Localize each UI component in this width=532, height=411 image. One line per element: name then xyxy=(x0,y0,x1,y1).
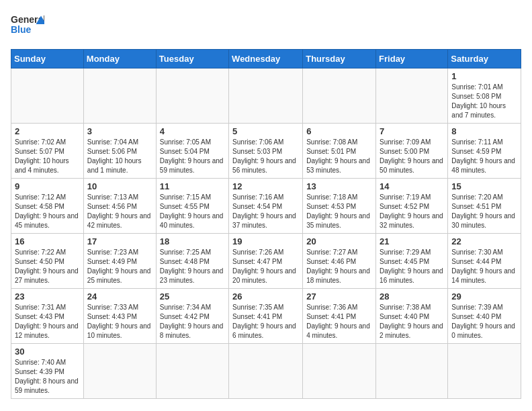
calendar-day-cell: 13Sunrise: 7:18 AM Sunset: 4:53 PM Dayli… xyxy=(303,179,376,234)
general-blue-logo-icon: GeneralBlue xyxy=(11,11,44,41)
day-info: Sunrise: 7:02 AM Sunset: 5:07 PM Dayligh… xyxy=(15,138,80,175)
calendar-day-cell: 29Sunrise: 7:39 AM Sunset: 4:40 PM Dayli… xyxy=(448,289,521,344)
calendar-day-cell: 18Sunrise: 7:25 AM Sunset: 4:48 PM Dayli… xyxy=(156,234,228,289)
svg-text:Blue: Blue xyxy=(11,24,32,35)
day-info: Sunrise: 7:36 AM Sunset: 4:41 PM Dayligh… xyxy=(306,303,372,340)
calendar-day-cell: 14Sunrise: 7:19 AM Sunset: 4:52 PM Dayli… xyxy=(376,179,448,234)
calendar-day-cell: 12Sunrise: 7:16 AM Sunset: 4:54 PM Dayli… xyxy=(229,179,303,234)
weekday-header-friday: Friday xyxy=(376,50,448,68)
day-info: Sunrise: 7:40 AM Sunset: 4:39 PM Dayligh… xyxy=(15,358,80,396)
weekday-header-row: SundayMondayTuesdayWednesdayThursdayFrid… xyxy=(11,50,521,68)
day-number: 25 xyxy=(160,291,225,302)
day-number: 15 xyxy=(451,181,517,191)
weekday-header-wednesday: Wednesday xyxy=(229,50,303,68)
calendar-week-row: 1Sunrise: 7:01 AM Sunset: 5:08 PM Daylig… xyxy=(11,68,521,124)
calendar-day-cell: 8Sunrise: 7:11 AM Sunset: 4:59 PM Daylig… xyxy=(448,124,521,179)
logo: GeneralBlue xyxy=(11,11,44,41)
calendar-day-cell: 23Sunrise: 7:31 AM Sunset: 4:43 PM Dayli… xyxy=(11,289,84,344)
day-number: 17 xyxy=(87,236,152,246)
calendar-day-cell xyxy=(229,344,303,399)
day-info: Sunrise: 7:27 AM Sunset: 4:46 PM Dayligh… xyxy=(306,248,372,285)
calendar-day-cell: 1Sunrise: 7:01 AM Sunset: 5:08 PM Daylig… xyxy=(448,68,521,124)
calendar-day-cell xyxy=(83,344,156,399)
calendar-day-cell: 16Sunrise: 7:22 AM Sunset: 4:50 PM Dayli… xyxy=(11,234,84,289)
day-info: Sunrise: 7:05 AM Sunset: 5:04 PM Dayligh… xyxy=(160,138,225,175)
day-info: Sunrise: 7:01 AM Sunset: 5:08 PM Dayligh… xyxy=(451,83,517,120)
weekday-header-monday: Monday xyxy=(83,50,156,68)
day-info: Sunrise: 7:22 AM Sunset: 4:50 PM Dayligh… xyxy=(15,248,80,285)
calendar-day-cell xyxy=(376,68,448,124)
calendar-day-cell: 5Sunrise: 7:06 AM Sunset: 5:03 PM Daylig… xyxy=(229,124,303,179)
calendar-day-cell: 6Sunrise: 7:08 AM Sunset: 5:01 PM Daylig… xyxy=(303,124,376,179)
calendar-day-cell xyxy=(11,68,84,124)
calendar-day-cell: 19Sunrise: 7:26 AM Sunset: 4:47 PM Dayli… xyxy=(229,234,303,289)
weekday-header-sunday: Sunday xyxy=(11,50,84,68)
day-info: Sunrise: 7:12 AM Sunset: 4:58 PM Dayligh… xyxy=(15,193,80,230)
day-info: Sunrise: 7:25 AM Sunset: 4:48 PM Dayligh… xyxy=(160,248,225,285)
calendar-day-cell: 10Sunrise: 7:13 AM Sunset: 4:56 PM Dayli… xyxy=(83,179,156,234)
day-number: 22 xyxy=(451,236,517,246)
day-info: Sunrise: 7:15 AM Sunset: 4:55 PM Dayligh… xyxy=(160,193,225,230)
calendar-day-cell: 26Sunrise: 7:35 AM Sunset: 4:41 PM Dayli… xyxy=(229,289,303,344)
calendar-day-cell xyxy=(376,344,448,399)
calendar-day-cell: 4Sunrise: 7:05 AM Sunset: 5:04 PM Daylig… xyxy=(156,124,228,179)
calendar-day-cell: 20Sunrise: 7:27 AM Sunset: 4:46 PM Dayli… xyxy=(303,234,376,289)
day-number: 23 xyxy=(15,291,80,302)
day-number: 26 xyxy=(232,291,299,302)
day-number: 2 xyxy=(15,126,80,136)
day-number: 7 xyxy=(380,126,444,136)
calendar-day-cell: 9Sunrise: 7:12 AM Sunset: 4:58 PM Daylig… xyxy=(11,179,84,234)
calendar-day-cell: 25Sunrise: 7:34 AM Sunset: 4:42 PM Dayli… xyxy=(156,289,228,344)
calendar-day-cell: 30Sunrise: 7:40 AM Sunset: 4:39 PM Dayli… xyxy=(11,344,84,399)
day-number: 9 xyxy=(15,181,80,191)
day-number: 14 xyxy=(380,181,444,191)
day-info: Sunrise: 7:23 AM Sunset: 4:49 PM Dayligh… xyxy=(87,248,152,285)
calendar-day-cell: 27Sunrise: 7:36 AM Sunset: 4:41 PM Dayli… xyxy=(303,289,376,344)
day-info: Sunrise: 7:34 AM Sunset: 4:42 PM Dayligh… xyxy=(160,303,225,340)
day-info: Sunrise: 7:04 AM Sunset: 5:06 PM Dayligh… xyxy=(87,138,152,175)
day-info: Sunrise: 7:09 AM Sunset: 5:00 PM Dayligh… xyxy=(380,138,444,175)
calendar-day-cell: 11Sunrise: 7:15 AM Sunset: 4:55 PM Dayli… xyxy=(156,179,228,234)
day-info: Sunrise: 7:11 AM Sunset: 4:59 PM Dayligh… xyxy=(451,138,517,175)
day-number: 1 xyxy=(451,71,517,81)
day-info: Sunrise: 7:18 AM Sunset: 4:53 PM Dayligh… xyxy=(306,193,372,230)
calendar-day-cell: 15Sunrise: 7:20 AM Sunset: 4:51 PM Dayli… xyxy=(448,179,521,234)
calendar-week-row: 30Sunrise: 7:40 AM Sunset: 4:39 PM Dayli… xyxy=(11,344,521,399)
calendar-week-row: 9Sunrise: 7:12 AM Sunset: 4:58 PM Daylig… xyxy=(11,179,521,234)
calendar-day-cell: 22Sunrise: 7:30 AM Sunset: 4:44 PM Dayli… xyxy=(448,234,521,289)
day-number: 24 xyxy=(87,291,152,302)
day-number: 29 xyxy=(451,291,517,302)
calendar-day-cell: 2Sunrise: 7:02 AM Sunset: 5:07 PM Daylig… xyxy=(11,124,84,179)
day-number: 12 xyxy=(232,181,299,191)
day-number: 10 xyxy=(87,181,152,191)
day-info: Sunrise: 7:26 AM Sunset: 4:47 PM Dayligh… xyxy=(232,248,299,285)
day-number: 21 xyxy=(380,236,444,246)
day-info: Sunrise: 7:08 AM Sunset: 5:01 PM Dayligh… xyxy=(306,138,372,175)
weekday-header-saturday: Saturday xyxy=(448,50,521,68)
calendar-day-cell: 24Sunrise: 7:33 AM Sunset: 4:43 PM Dayli… xyxy=(83,289,156,344)
header: GeneralBlue xyxy=(11,11,521,41)
calendar-day-cell xyxy=(83,68,156,124)
calendar-day-cell: 7Sunrise: 7:09 AM Sunset: 5:00 PM Daylig… xyxy=(376,124,448,179)
day-number: 19 xyxy=(232,236,299,246)
day-info: Sunrise: 7:29 AM Sunset: 4:45 PM Dayligh… xyxy=(380,248,444,285)
day-number: 11 xyxy=(160,181,225,191)
calendar-day-cell xyxy=(448,344,521,399)
day-number: 5 xyxy=(232,126,299,136)
day-number: 20 xyxy=(306,236,372,246)
calendar-week-row: 2Sunrise: 7:02 AM Sunset: 5:07 PM Daylig… xyxy=(11,124,521,179)
day-number: 27 xyxy=(306,291,372,302)
calendar-day-cell: 21Sunrise: 7:29 AM Sunset: 4:45 PM Dayli… xyxy=(376,234,448,289)
weekday-header-tuesday: Tuesday xyxy=(156,50,228,68)
calendar-day-cell xyxy=(156,344,228,399)
calendar-day-cell: 17Sunrise: 7:23 AM Sunset: 4:49 PM Dayli… xyxy=(83,234,156,289)
day-info: Sunrise: 7:30 AM Sunset: 4:44 PM Dayligh… xyxy=(451,248,517,285)
day-number: 8 xyxy=(451,126,517,136)
day-number: 13 xyxy=(306,181,372,191)
calendar-week-row: 16Sunrise: 7:22 AM Sunset: 4:50 PM Dayli… xyxy=(11,234,521,289)
day-number: 30 xyxy=(15,347,80,357)
day-info: Sunrise: 7:16 AM Sunset: 4:54 PM Dayligh… xyxy=(232,193,299,230)
day-number: 18 xyxy=(160,236,225,246)
weekday-header-thursday: Thursday xyxy=(303,50,376,68)
day-info: Sunrise: 7:19 AM Sunset: 4:52 PM Dayligh… xyxy=(380,193,444,230)
